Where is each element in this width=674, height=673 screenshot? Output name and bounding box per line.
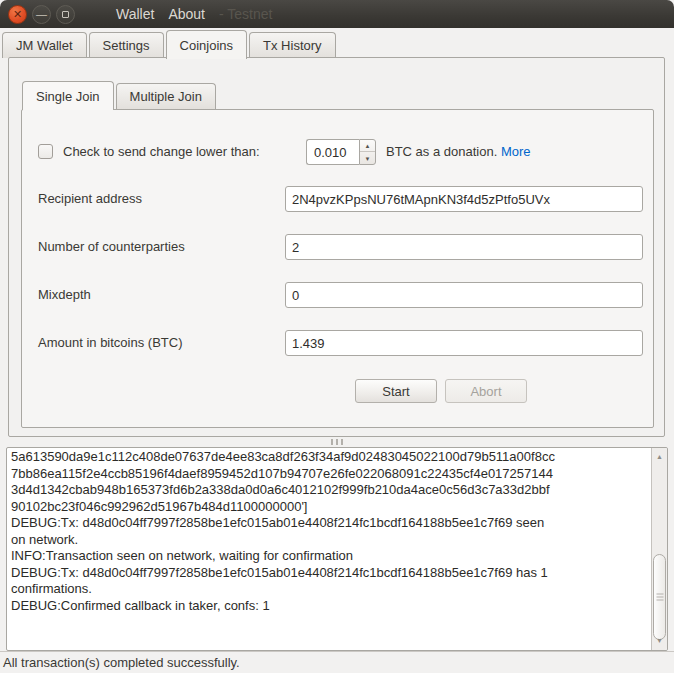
minimize-icon[interactable]: — <box>32 5 51 24</box>
counterparties-row: Number of counterparties <box>22 234 653 260</box>
recipient-address-row: Recipient address <box>22 186 653 212</box>
donation-row: Check to send change lower than: ▲ ▼ BTC… <box>38 139 643 165</box>
donation-suffix-text: BTC as a donation. <box>386 144 497 159</box>
titlebar: ✕ — Wallet About - Testnet <box>0 0 674 28</box>
mixdepth-row: Mixdepth <box>22 282 653 308</box>
donation-checkbox[interactable] <box>38 144 53 159</box>
tab-coinjoins[interactable]: Coinjoins <box>166 30 247 59</box>
spin-buttons: ▲ ▼ <box>359 139 376 165</box>
scrollbar-thumb[interactable] <box>653 554 666 640</box>
tab-multiple-join[interactable]: Multiple Join <box>116 83 216 109</box>
maximize-icon[interactable] <box>56 5 75 24</box>
tab-settings[interactable]: Settings <box>89 32 164 58</box>
recipient-address-input[interactable] <box>285 186 643 212</box>
amount-row: Amount in bitcoins (BTC) <box>22 330 653 356</box>
menu-about[interactable]: About <box>168 6 205 22</box>
log-panel: 5a613590da9e1c112c408de07637de4ee83ca8df… <box>6 447 668 651</box>
thumb-grip-icon <box>656 594 663 601</box>
scroll-down-icon[interactable]: ▼ <box>652 634 667 648</box>
scroll-up-icon[interactable]: ▲ <box>652 450 667 464</box>
window-controls: ✕ — <box>8 5 75 24</box>
donation-amount-spinbox: ▲ ▼ <box>306 139 376 165</box>
donation-suffix: BTC as a donation. More <box>386 139 531 165</box>
window-title: - Testnet <box>219 6 272 22</box>
action-buttons: Start Abort <box>22 379 655 403</box>
tab-jm-wallet[interactable]: JM Wallet <box>2 32 87 58</box>
log-scrollbar[interactable]: ▲ ▼ <box>651 448 667 650</box>
tab-single-join[interactable]: Single Join <box>22 81 114 110</box>
amount-input[interactable] <box>285 330 643 356</box>
titlebar-text: Wallet About - Testnet <box>116 6 272 22</box>
close-icon[interactable]: ✕ <box>8 5 27 24</box>
coinjoins-pane: Single Join Multiple Join Check to send … <box>8 57 665 437</box>
recipient-address-label: Recipient address <box>38 186 142 212</box>
maximize-square-glyph <box>62 11 69 18</box>
spin-up-icon[interactable]: ▲ <box>360 140 375 152</box>
splitter-handle[interactable] <box>0 438 674 446</box>
single-join-pane: Check to send change lower than: ▲ ▼ BTC… <box>21 109 654 428</box>
status-message: All transaction(s) completed successfull… <box>3 655 240 670</box>
mixdepth-label: Mixdepth <box>38 282 91 308</box>
mixdepth-input[interactable] <box>285 282 643 308</box>
counterparties-input[interactable] <box>285 234 643 260</box>
start-button[interactable]: Start <box>355 379 437 403</box>
donation-amount-input[interactable] <box>306 139 359 165</box>
menu-wallet[interactable]: Wallet <box>116 6 154 22</box>
amount-label: Amount in bitcoins (BTC) <box>38 330 183 356</box>
counterparties-label: Number of counterparties <box>38 234 185 260</box>
log-text[interactable]: 5a613590da9e1c112c408de07637de4ee83ca8df… <box>11 449 648 649</box>
main-tabbar: JM Wallet Settings Coinjoins Tx History <box>0 28 674 58</box>
abort-button[interactable]: Abort <box>445 379 527 403</box>
spin-down-icon[interactable]: ▼ <box>360 153 375 165</box>
app-window: ✕ — Wallet About - Testnet JM Wallet Set… <box>0 0 674 673</box>
donation-checkbox-label: Check to send change lower than: <box>63 139 260 165</box>
statusbar: All transaction(s) completed successfull… <box>0 651 674 673</box>
tab-tx-history[interactable]: Tx History <box>249 32 336 58</box>
more-link[interactable]: More <box>501 144 531 159</box>
join-tabbar: Single Join Multiple Join <box>22 80 651 109</box>
